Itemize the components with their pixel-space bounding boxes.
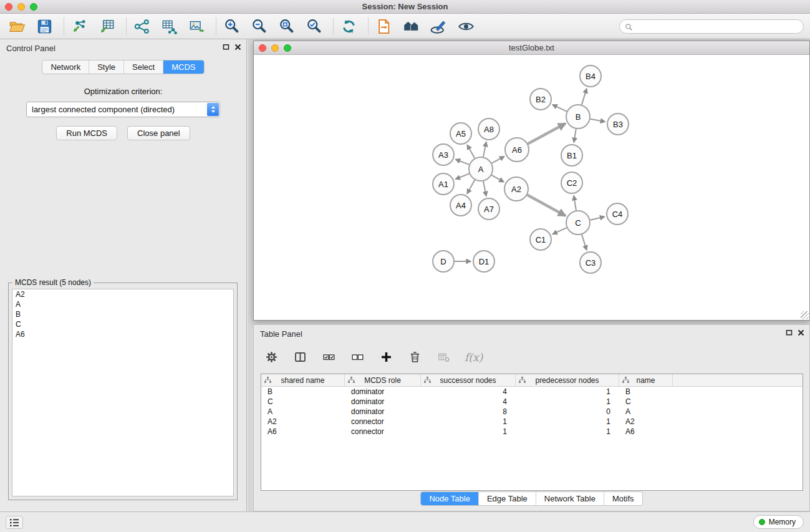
- graph-node-C3[interactable]: C3: [580, 252, 601, 273]
- zoom-fit-button[interactable]: [277, 17, 296, 36]
- graph-edge-A-A4[interactable]: [467, 180, 475, 194]
- tab-style[interactable]: Style: [89, 60, 123, 74]
- column-header-predecessor-nodes[interactable]: predecessor nodes: [516, 374, 619, 386]
- table-cell[interactable]: 4: [421, 387, 516, 396]
- graph-node-B1[interactable]: B1: [561, 145, 582, 166]
- close-panel-action-button[interactable]: Close panel: [127, 126, 190, 140]
- graph-node-B3[interactable]: B3: [607, 114, 629, 135]
- table-cell[interactable]: 4: [421, 397, 516, 406]
- table-cell[interactable]: A6: [619, 427, 673, 436]
- table-row[interactable]: A2connector11A2: [261, 417, 803, 427]
- table-cell[interactable]: connector: [345, 427, 421, 436]
- graph-node-A6[interactable]: A6: [505, 138, 529, 162]
- table-row[interactable]: Adominator80A: [261, 407, 803, 417]
- graph-edge-A-A5[interactable]: [467, 145, 475, 158]
- graph-node-C1[interactable]: C1: [530, 229, 551, 250]
- graph-edge-A-A8[interactable]: [483, 142, 486, 157]
- table-cell[interactable]: dominator: [345, 387, 421, 396]
- graph-node-D1[interactable]: D1: [473, 251, 494, 272]
- zoom-selected-button[interactable]: [304, 17, 324, 36]
- graph-edge-A-A2[interactable]: [491, 175, 504, 182]
- task-history-button[interactable]: [6, 516, 23, 529]
- table-row[interactable]: A6connector11A6: [261, 427, 803, 437]
- close-table-panel-button[interactable]: [798, 329, 804, 336]
- column-header-successor-nodes[interactable]: successor nodes: [421, 374, 516, 386]
- graph-node-B4[interactable]: B4: [580, 65, 601, 87]
- close-panel-button[interactable]: [234, 44, 241, 51]
- table-cell[interactable]: dominator: [345, 407, 421, 416]
- table-cell[interactable]: 1: [421, 427, 516, 436]
- show-graphics-details-button[interactable]: [456, 17, 476, 36]
- graph-edge-A-A7[interactable]: [483, 181, 486, 196]
- table-cell[interactable]: connector: [345, 417, 421, 426]
- refresh-button[interactable]: [339, 17, 359, 36]
- optimization-criterion-select[interactable]: largest connected component (directed): [26, 102, 220, 117]
- table-cell[interactable]: B: [619, 387, 673, 396]
- show-columns-button[interactable]: [292, 349, 308, 365]
- table-cell[interactable]: 1: [516, 417, 619, 426]
- graph-edge-A6-B[interactable]: [528, 123, 566, 144]
- float-panel-button[interactable]: [223, 44, 229, 51]
- tab-motifs[interactable]: Motifs: [604, 492, 642, 505]
- tab-node-table[interactable]: Node Table: [421, 492, 478, 505]
- column-header-shared-name[interactable]: shared name: [261, 374, 345, 386]
- mcds-result-item[interactable]: A6: [12, 329, 233, 339]
- table-cell[interactable]: 8: [421, 407, 516, 416]
- table-cell[interactable]: 1: [516, 387, 619, 396]
- graph-node-A4[interactable]: A4: [450, 195, 471, 216]
- annotate-button[interactable]: [429, 17, 448, 36]
- table-cell[interactable]: 1: [421, 417, 516, 426]
- delete-table-button[interactable]: [436, 349, 451, 365]
- function-builder-button[interactable]: f(x): [465, 351, 483, 364]
- graph-node-A1[interactable]: A1: [433, 173, 454, 195]
- graph-edge-C-C3[interactable]: [582, 235, 587, 250]
- table-cell[interactable]: A: [261, 407, 345, 416]
- column-header-mcds-role[interactable]: MCDS role: [345, 374, 421, 386]
- graph-node-B2[interactable]: B2: [530, 89, 551, 110]
- export-network-button[interactable]: [374, 17, 393, 36]
- network-canvas[interactable]: B4B2BB3A5A8A6B1A3AC2A1A2A4A7CC4C1C3DD1: [254, 56, 809, 320]
- graph-edge-B-B2[interactable]: [552, 105, 567, 112]
- graph-node-A[interactable]: A: [469, 157, 493, 181]
- network-window-titlebar[interactable]: testGlobe.txt: [254, 41, 809, 55]
- deselect-all-button[interactable]: [350, 349, 365, 365]
- graph-node-A3[interactable]: A3: [433, 144, 454, 165]
- table-cell[interactable]: A2: [261, 417, 345, 426]
- table-settings-button[interactable]: [264, 349, 279, 365]
- graph-node-B[interactable]: B: [566, 105, 590, 128]
- tab-network-table[interactable]: Network Table: [536, 492, 604, 505]
- import-table-button[interactable]: [97, 17, 117, 36]
- zoom-out-button[interactable]: [249, 17, 269, 36]
- graph-edge-A-A6[interactable]: [492, 157, 504, 163]
- mcds-result-item[interactable]: A: [12, 299, 233, 309]
- graph-node-A2[interactable]: A2: [504, 177, 528, 201]
- table-cell[interactable]: 1: [516, 397, 619, 406]
- delete-column-button[interactable]: [407, 349, 423, 365]
- select-all-button[interactable]: [321, 349, 337, 365]
- tab-edge-table[interactable]: Edge Table: [478, 492, 536, 505]
- save-session-button[interactable]: [35, 17, 54, 36]
- table-cell[interactable]: C: [261, 397, 345, 406]
- graph-edge-B-B4[interactable]: [582, 89, 587, 105]
- run-mcds-button[interactable]: Run MCDS: [56, 126, 117, 140]
- tab-mcds[interactable]: MCDS: [163, 60, 203, 74]
- table-cell[interactable]: A6: [261, 427, 345, 436]
- graph-edge-C-C1[interactable]: [552, 228, 567, 234]
- search-input[interactable]: [635, 21, 799, 32]
- overview-home-button[interactable]: [402, 17, 421, 36]
- graph-node-C4[interactable]: C4: [607, 203, 628, 225]
- mcds-result-item[interactable]: C: [12, 319, 233, 329]
- graph-edge-B-B3[interactable]: [591, 119, 605, 122]
- open-session-button[interactable]: [7, 17, 27, 36]
- table-cell[interactable]: C: [619, 397, 673, 406]
- zoom-in-button[interactable]: [222, 17, 241, 36]
- mcds-result-item[interactable]: A2: [12, 289, 233, 299]
- table-cell[interactable]: 0: [516, 407, 619, 416]
- graph-edge-A-A3[interactable]: [456, 160, 470, 165]
- table-cell[interactable]: A: [619, 407, 673, 416]
- graph-edge-C-C2[interactable]: [574, 196, 576, 210]
- table-cell[interactable]: B: [261, 387, 345, 396]
- export-image-button[interactable]: [187, 17, 206, 36]
- tab-network[interactable]: Network: [42, 60, 89, 74]
- network-table-button[interactable]: [160, 17, 179, 36]
